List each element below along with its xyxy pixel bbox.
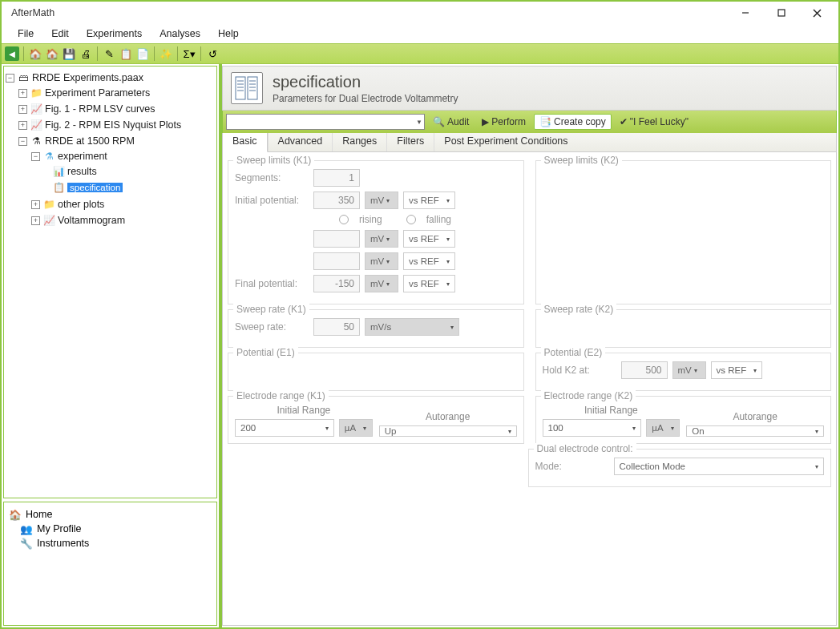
- range-unit-select[interactable]: µA ▾: [339, 419, 373, 437]
- tree-item[interactable]: Fig. 1 - RPM LSV curves: [45, 103, 155, 115]
- nav-panel: 🏠Home 👥My Profile 🔧Instruments: [3, 502, 217, 626]
- tree-item[interactable]: RRDE at 1500 RPM: [45, 135, 135, 147]
- range-k2-select[interactable]: 100▾: [543, 419, 642, 437]
- page-header: specification Parameters for Dual Electr…: [222, 66, 837, 111]
- label-final: Final potential:: [235, 278, 309, 289]
- expander-icon[interactable]: −: [31, 152, 40, 161]
- maximize-button[interactable]: [763, 2, 799, 24]
- menu-file[interactable]: File: [10, 26, 42, 41]
- rotor-icon: ⚗: [30, 135, 42, 147]
- holdk2-input[interactable]: [621, 361, 668, 379]
- group-sweep-k2: Sweep limits (K2): [541, 155, 622, 166]
- expander-icon[interactable]: −: [18, 137, 27, 146]
- perform-icon: ▶: [482, 116, 489, 127]
- group-pot-e1: Potential (E1): [233, 347, 298, 358]
- spec-header-icon: [231, 72, 263, 104]
- sigma-icon[interactable]: Σ▾: [182, 46, 196, 61]
- chart-icon: 📈: [30, 103, 42, 115]
- rate-input[interactable]: [313, 318, 360, 336]
- nav-instruments[interactable]: Instruments: [37, 538, 89, 549]
- mode-select[interactable]: Collection Mode▾: [614, 458, 825, 475]
- rate-unit-select[interactable]: mV/s▾: [365, 318, 459, 336]
- home-up-icon[interactable]: 🏠: [45, 46, 59, 61]
- final-input[interactable]: [313, 275, 360, 292]
- tree-panel: −🗃RRDE Experiments.paax +📁Experiment Par…: [3, 66, 217, 498]
- tree-item[interactable]: Fig. 2 - RPM EIS Nyquist Plots: [45, 119, 181, 131]
- label-initrange: Initial Range: [235, 405, 373, 416]
- copy-icon: 📑: [539, 116, 551, 127]
- expander-icon[interactable]: −: [6, 74, 14, 83]
- wand-icon[interactable]: ✨: [159, 46, 173, 61]
- tab-filters[interactable]: Filters: [386, 133, 434, 151]
- spec-combo[interactable]: ▼: [226, 114, 425, 130]
- tool2-icon[interactable]: 📋: [119, 46, 133, 61]
- tree-root[interactable]: RRDE Experiments.paax: [32, 72, 143, 83]
- menu-edit[interactable]: Edit: [43, 26, 77, 41]
- tree-item[interactable]: Experiment Parameters: [45, 87, 150, 99]
- autorange-k1-select[interactable]: Up▾: [379, 425, 517, 437]
- limit2-input[interactable]: [313, 252, 360, 270]
- page-subtitle: Parameters for Dual Electrode Voltammetr…: [273, 93, 458, 104]
- tree-item[interactable]: other plots: [58, 199, 104, 210]
- ref-select[interactable]: vs REF ▾: [403, 252, 455, 270]
- menu-analyses[interactable]: Analyses: [151, 26, 208, 41]
- tab-advanced[interactable]: Advanced: [268, 133, 333, 151]
- segments-input[interactable]: [313, 169, 360, 187]
- archive-icon: 🗃: [17, 72, 30, 83]
- lucky-button[interactable]: ✔"I Feel Lucky": [615, 115, 693, 129]
- tab-post[interactable]: Post Experiment Conditions: [434, 133, 577, 151]
- falling-radio[interactable]: [406, 215, 416, 224]
- unit-select-mv[interactable]: mV▾: [365, 252, 398, 270]
- group-rate-k1: Sweep rate (K1): [233, 304, 309, 315]
- nav-profile[interactable]: My Profile: [37, 523, 82, 534]
- menu-experiments[interactable]: Experiments: [79, 26, 150, 41]
- results-icon: 📊: [52, 166, 65, 177]
- tab-ranges[interactable]: Ranges: [332, 133, 386, 151]
- tool4-icon[interactable]: ↺: [205, 46, 220, 61]
- unit-select-mv[interactable]: mV▾: [365, 192, 398, 209]
- tree-item[interactable]: Voltammogram: [58, 215, 125, 226]
- range-unit-select[interactable]: µA ▾: [646, 419, 680, 437]
- save-icon[interactable]: 💾: [62, 46, 76, 61]
- range-k1-select[interactable]: 200▾: [235, 419, 334, 437]
- ref-select[interactable]: vs REF ▾: [403, 192, 455, 209]
- home-nav-icon: 🏠: [9, 509, 22, 521]
- back-icon[interactable]: ◄: [5, 46, 19, 61]
- expander-icon[interactable]: +: [31, 200, 40, 209]
- flask-icon: ⚗: [42, 151, 55, 162]
- ref-select[interactable]: vs REF ▾: [403, 275, 455, 292]
- expander-icon[interactable]: +: [18, 105, 27, 114]
- menu-help[interactable]: Help: [210, 26, 247, 41]
- home-icon[interactable]: 🏠: [28, 46, 42, 61]
- close-button[interactable]: [799, 2, 835, 24]
- perform-button[interactable]: ▶Perform: [477, 115, 531, 129]
- minimize-button[interactable]: [727, 2, 763, 24]
- autorange-k2-select[interactable]: On▾: [686, 425, 824, 437]
- page-title: specification: [273, 73, 458, 91]
- expander-icon[interactable]: +: [18, 121, 27, 130]
- label-rate: Sweep rate:: [235, 321, 309, 333]
- tree-results[interactable]: results: [67, 166, 97, 177]
- initial-input[interactable]: [313, 192, 360, 209]
- nav-home[interactable]: Home: [26, 509, 52, 520]
- unit-select-mv[interactable]: mV▾: [365, 275, 398, 292]
- unit-select-mv[interactable]: mV▾: [672, 361, 706, 379]
- tree-specification[interactable]: specification: [67, 183, 123, 192]
- form-pane: Sweep limits (K1) Segments: Initial pote…: [222, 152, 837, 626]
- ref-select[interactable]: vs REF ▾: [403, 230, 455, 248]
- group-rate-k2: Sweep rate (K2): [541, 304, 617, 315]
- limit1-input[interactable]: [313, 230, 360, 248]
- audit-button[interactable]: 🔍Audit: [428, 115, 474, 129]
- unit-select-mv[interactable]: mV▾: [365, 230, 398, 248]
- ref-select[interactable]: vs REF ▾: [711, 361, 763, 379]
- tool3-icon[interactable]: 📄: [135, 46, 150, 61]
- rising-radio[interactable]: [339, 215, 349, 224]
- print-icon[interactable]: 🖨: [79, 46, 93, 61]
- expander-icon[interactable]: +: [18, 89, 27, 98]
- tree-item[interactable]: experiment: [58, 151, 107, 162]
- svg-rect-5: [248, 77, 257, 99]
- create-copy-button[interactable]: 📑Create copy: [534, 114, 612, 130]
- tab-basic[interactable]: Basic: [223, 133, 268, 152]
- expander-icon[interactable]: +: [31, 216, 40, 225]
- tool1-icon[interactable]: ✎: [102, 46, 116, 61]
